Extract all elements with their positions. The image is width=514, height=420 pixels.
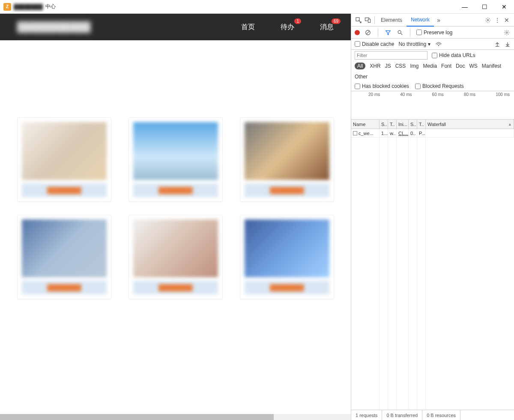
row-initiator[interactable]: CL...	[398, 131, 408, 136]
col-waterfall[interactable]: Waterfall ▲	[426, 120, 514, 129]
col-status[interactable]: S..	[380, 120, 388, 129]
disable-cache-input[interactable]	[355, 41, 360, 47]
app-header: ███████████ 首页 待办 1 消息 69	[0, 14, 351, 40]
has-blocked-cookies-checkbox[interactable]: Has blocked cookies	[355, 83, 409, 89]
row-checkbox[interactable]	[353, 131, 357, 135]
col-initiator[interactable]: Ini...	[397, 120, 409, 129]
svg-line-7	[401, 33, 403, 35]
app-content: ████████ ████████ ████████ ████████ ████…	[0, 40, 351, 420]
timeline-track	[351, 98, 514, 119]
tab-elements[interactable]: Elements	[377, 14, 406, 26]
sort-icon: ▲	[508, 122, 512, 126]
type-ws[interactable]: WS	[469, 63, 477, 69]
maximize-button[interactable]: ☐	[475, 0, 494, 14]
svg-point-6	[398, 30, 401, 33]
status-transferred: 0 B transferred	[382, 410, 422, 420]
type-doc[interactable]: Doc	[456, 63, 465, 69]
type-media[interactable]: Media	[423, 63, 437, 69]
card-5[interactable]: ████████	[128, 215, 223, 299]
filter-icon[interactable]	[384, 29, 392, 36]
inspect-icon[interactable]	[354, 15, 363, 25]
card-label: ████████	[133, 281, 218, 294]
devtools-close-icon[interactable]: ✕	[502, 15, 511, 25]
svg-point-8	[506, 32, 508, 33]
card-image	[22, 219, 107, 277]
search-icon[interactable]	[396, 29, 404, 36]
blocked-requests-input[interactable]	[415, 84, 421, 89]
filter-input[interactable]	[355, 51, 427, 60]
card-6[interactable]: ████████	[240, 215, 334, 299]
network-conditions-icon[interactable]	[435, 40, 442, 48]
blocked-requests-checkbox[interactable]: Blocked Requests	[415, 83, 464, 89]
timeline-overview[interactable]: 20 ms 40 ms 60 ms 80 ms 100 ms	[351, 91, 514, 120]
nav-home[interactable]: 首页	[241, 23, 255, 32]
card-1[interactable]: ████████	[17, 117, 111, 202]
has-blocked-cookies-label: Has blocked cookies	[362, 83, 409, 89]
window-controls: — ☐ ✕	[455, 0, 514, 14]
tl-20: 20 ms	[368, 92, 380, 97]
app-logo: ███████████	[17, 21, 90, 33]
card-image	[133, 219, 218, 277]
card-label: ████████	[22, 183, 107, 197]
preserve-log-label: Preserve log	[424, 30, 452, 36]
row-time: P...	[417, 129, 426, 137]
horizontal-scrollbar[interactable]	[0, 414, 351, 420]
row-waterfall	[426, 129, 514, 137]
disable-cache-checkbox[interactable]: Disable cache	[355, 41, 394, 47]
col-time[interactable]: T..	[417, 120, 426, 129]
card-3[interactable]: ████████	[240, 117, 334, 202]
col-name[interactable]: Name	[351, 120, 380, 129]
disable-cache-label: Disable cache	[362, 41, 394, 47]
card-2[interactable]: ████████	[128, 117, 223, 202]
hide-data-urls-checkbox[interactable]: Hide data URLs	[432, 52, 475, 58]
table-row[interactable]: c_we... 1... w.. CL... 0.. P...	[351, 129, 514, 138]
type-all[interactable]: All	[355, 63, 365, 69]
has-blocked-cookies-input[interactable]	[355, 84, 360, 89]
tl-60: 60 ms	[432, 92, 444, 97]
card-image	[22, 122, 107, 180]
request-table-body: c_we... 1... w.. CL... 0.. P...	[351, 129, 514, 410]
card-4[interactable]: ████████	[17, 215, 111, 299]
type-manifest[interactable]: Manifest	[482, 63, 501, 69]
type-filter-row: All XHR JS CSS Img Media Font Doc WS Man…	[351, 61, 514, 81]
network-settings-icon[interactable]	[503, 29, 511, 36]
tl-100: 100 ms	[496, 92, 510, 97]
scrollbar-thumb[interactable]	[0, 414, 274, 420]
close-button[interactable]: ✕	[494, 0, 514, 14]
card-image	[245, 219, 329, 277]
settings-icon[interactable]	[483, 15, 493, 25]
type-js[interactable]: JS	[385, 63, 391, 69]
throttling-select[interactable]: No throttling ▾	[398, 41, 430, 47]
type-img[interactable]: Img	[410, 63, 418, 69]
record-icon[interactable]	[355, 30, 360, 35]
row-name: c_we...	[359, 131, 374, 136]
devtools-statusbar: 1 requests 0 B transferred 0 B resources	[351, 410, 514, 420]
minimize-button[interactable]: —	[455, 0, 475, 14]
card-image	[133, 122, 218, 180]
tl-80: 80 ms	[464, 92, 475, 97]
type-other[interactable]: Other	[355, 74, 368, 80]
network-toolbar-2: Disable cache No throttling ▾	[351, 39, 514, 50]
network-toolbar: Preserve log	[351, 27, 514, 39]
separator	[410, 29, 410, 36]
tab-network[interactable]: Network	[406, 14, 434, 27]
preserve-log-input[interactable]	[416, 30, 422, 35]
kebab-icon[interactable]: ⋮	[493, 15, 502, 25]
preserve-log-checkbox[interactable]: Preserve log	[416, 30, 452, 36]
clear-icon[interactable]	[364, 29, 372, 36]
type-css[interactable]: CSS	[395, 63, 406, 69]
type-xhr[interactable]: XHR	[370, 63, 380, 69]
download-icon[interactable]	[505, 41, 511, 47]
more-tabs-icon[interactable]: »	[434, 15, 443, 25]
upload-icon[interactable]	[494, 41, 500, 47]
col-size[interactable]: S..	[409, 120, 417, 129]
device-icon[interactable]	[363, 15, 373, 25]
app-nav: 首页 待办 1 消息 69	[241, 23, 334, 32]
nav-msg[interactable]: 消息 69	[320, 23, 334, 32]
hide-data-urls-input[interactable]	[432, 53, 437, 58]
nav-msg-badge: 69	[332, 18, 341, 24]
col-type[interactable]: T..	[388, 120, 397, 129]
type-font[interactable]: Font	[441, 63, 451, 69]
nav-todo-label: 待办	[281, 23, 294, 30]
nav-todo[interactable]: 待办 1	[281, 23, 294, 32]
